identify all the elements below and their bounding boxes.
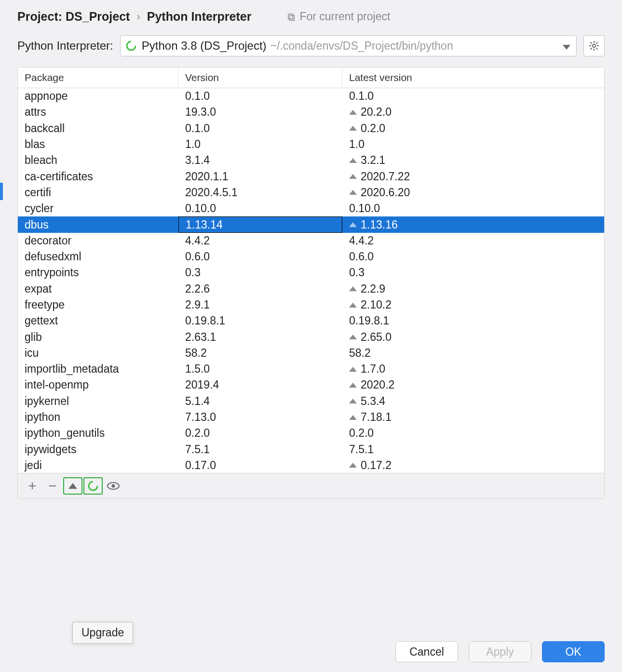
table-row[interactable]: bleach3.1.43.2.1	[18, 152, 604, 168]
latest-version-text: 5.3.4	[361, 395, 385, 408]
gear-icon	[588, 40, 600, 52]
upgrade-available-icon	[349, 174, 357, 179]
column-header-package[interactable]: Package	[18, 67, 178, 88]
cell-latest: 2020.6.20	[342, 185, 604, 201]
accent-bar	[0, 183, 3, 200]
svg-point-15	[112, 484, 115, 488]
latest-version-text: 0.2.0	[361, 122, 385, 135]
cell-version: 0.3	[178, 265, 342, 281]
table-row[interactable]: jedi0.17.00.17.2	[18, 457, 604, 473]
latest-version-text: 0.10.0	[349, 202, 380, 215]
table-row[interactable]: appnope0.1.00.1.0	[18, 88, 604, 104]
cell-package: certifi	[18, 185, 178, 201]
cell-version: 0.6.0	[178, 249, 342, 265]
cell-version: 2.2.6	[178, 281, 342, 297]
cell-latest: 0.10.0	[342, 201, 604, 216]
refresh-envs-button[interactable]	[83, 477, 103, 495]
interpreter-dropdown[interactable]: Python 3.8 (DS_Project) ~/.conda/envs/DS…	[120, 35, 577, 56]
cell-version: 0.17.0	[178, 457, 342, 473]
cell-version: 19.3.0	[178, 104, 342, 120]
column-header-version[interactable]: Version	[178, 67, 342, 88]
table-row[interactable]: ipykernel5.1.45.3.4	[18, 393, 604, 409]
cell-version: 0.1.0	[178, 121, 342, 136]
table-row[interactable]: intel-openmp2019.42020.2	[18, 377, 604, 393]
cell-version: 1.13.14	[178, 216, 342, 232]
cell-package: defusedxml	[18, 249, 178, 265]
table-row[interactable]: importlib_metadata1.5.01.7.0	[18, 361, 604, 377]
upgrade-package-button[interactable]	[63, 477, 82, 495]
package-table: Package Version Latest version appnope0.…	[17, 67, 605, 499]
cell-version: 1.0	[178, 136, 342, 152]
cell-latest: 0.2.0	[342, 121, 604, 136]
dialog-footer: Cancel Apply OK	[395, 641, 605, 662]
table-row[interactable]: freetype2.9.12.10.2	[18, 297, 604, 313]
svg-rect-0	[288, 14, 293, 19]
upgrade-available-icon	[349, 335, 357, 339]
cell-latest: 3.2.1	[342, 152, 604, 168]
cell-latest: 0.2.0	[342, 425, 604, 441]
table-row[interactable]: defusedxml0.6.00.6.0	[18, 249, 604, 265]
cell-latest: 7.18.1	[342, 409, 604, 425]
table-row[interactable]: entrypoints0.30.3	[18, 265, 604, 281]
column-header-latest[interactable]: Latest version	[342, 67, 604, 88]
add-package-button[interactable]: +	[23, 477, 42, 495]
cell-version: 7.5.1	[178, 442, 342, 457]
table-row[interactable]: dbus1.13.141.13.16	[18, 216, 604, 232]
eye-icon	[107, 481, 120, 491]
latest-version-text: 7.18.1	[361, 411, 392, 424]
cell-latest: 7.5.1	[342, 442, 604, 457]
table-row[interactable]: icu58.258.2	[18, 345, 604, 361]
interpreter-settings-button[interactable]	[583, 35, 605, 56]
table-row[interactable]: ipywidgets7.5.17.5.1	[18, 442, 604, 457]
cell-package: ca-certificates	[18, 168, 178, 184]
table-row[interactable]: blas1.01.0	[18, 136, 604, 152]
table-row[interactable]: backcall0.1.00.2.0	[18, 121, 604, 136]
table-row[interactable]: cycler0.10.00.10.0	[18, 201, 604, 216]
table-row[interactable]: ipython7.13.07.18.1	[18, 409, 604, 425]
breadcrumb-section[interactable]: Python Interpreter	[147, 10, 252, 24]
table-row[interactable]: gettext0.19.8.10.19.8.1	[18, 313, 604, 329]
table-body[interactable]: appnope0.1.00.1.0attrs19.3.020.2.0backca…	[18, 88, 604, 473]
ok-button[interactable]: OK	[542, 641, 605, 662]
svg-line-10	[596, 48, 598, 50]
cell-package: blas	[18, 136, 178, 152]
cell-version: 2.63.1	[178, 329, 342, 345]
cancel-button[interactable]: Cancel	[395, 641, 458, 662]
svg-point-4	[593, 44, 595, 47]
chevron-right-icon: ›	[136, 11, 140, 23]
cell-latest: 2.65.0	[342, 329, 604, 345]
cell-latest: 0.17.2	[342, 457, 604, 473]
cell-package: cycler	[18, 201, 178, 216]
svg-marker-3	[563, 45, 570, 50]
breadcrumb-project[interactable]: Project: DS_Project	[17, 10, 130, 24]
cell-version: 2.9.1	[178, 297, 342, 313]
table-row[interactable]: ipython_genutils0.2.00.2.0	[18, 425, 604, 441]
table-row[interactable]: attrs19.3.020.2.0	[18, 104, 604, 120]
refresh-ring-icon	[87, 480, 99, 492]
cell-version: 3.1.4	[178, 152, 342, 168]
breadcrumb-prefix: Project:	[17, 10, 66, 23]
table-row[interactable]: ca-certificates2020.1.12020.7.22	[18, 168, 604, 184]
svg-line-12	[591, 48, 592, 50]
latest-version-text: 2.2.9	[361, 282, 385, 296]
table-row[interactable]: certifi2020.4.5.12020.6.20	[18, 185, 604, 201]
cell-latest: 2.10.2	[342, 297, 604, 313]
latest-version-text: 58.2	[349, 347, 371, 360]
cell-latest: 1.13.16	[342, 216, 604, 232]
remove-package-button[interactable]: −	[43, 477, 62, 495]
table-row[interactable]: expat2.2.62.2.9	[18, 281, 604, 297]
upgrade-available-icon	[349, 415, 357, 420]
toggle-visibility-button[interactable]	[104, 477, 123, 495]
latest-version-text: 1.0	[349, 138, 365, 151]
cell-version: 0.2.0	[178, 425, 342, 441]
cell-latest: 1.7.0	[342, 361, 604, 377]
upgrade-available-icon	[349, 383, 357, 388]
cell-latest: 58.2	[342, 345, 604, 361]
python-env-icon	[125, 40, 137, 52]
svg-point-13	[89, 482, 97, 490]
table-row[interactable]: glib2.63.12.65.0	[18, 329, 604, 345]
table-row[interactable]: decorator4.4.24.4.2	[18, 233, 604, 249]
latest-version-text: 2020.7.22	[361, 170, 410, 183]
cell-package: backcall	[18, 121, 178, 136]
breadcrumb-project-name: DS_Project	[66, 10, 130, 23]
